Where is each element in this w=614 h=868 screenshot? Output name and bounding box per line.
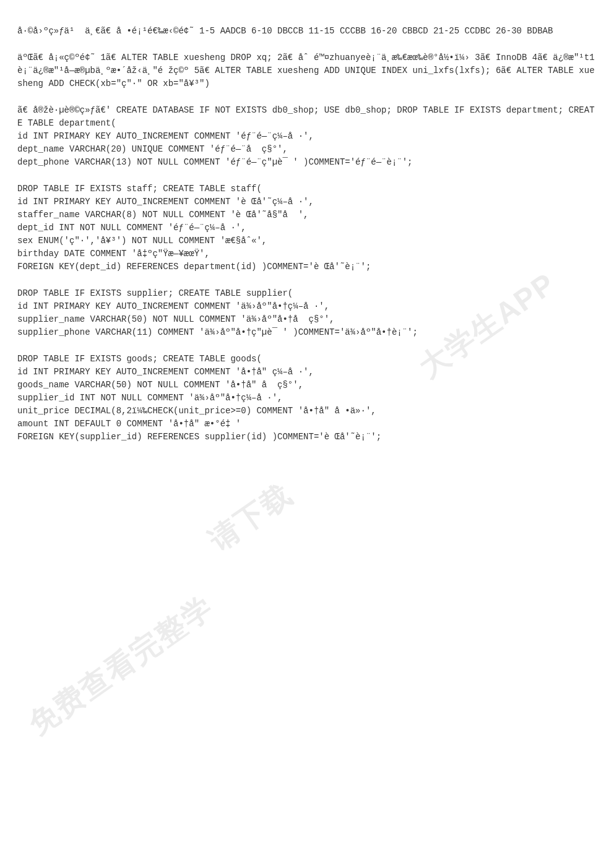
watermark-text: 免费查看完整学: [19, 585, 222, 746]
watermark-text: 请下载: [200, 472, 301, 562]
paragraph-6: DROP TABLE IF EXISTS goods; CREATE TABLE…: [17, 353, 597, 444]
paragraph-4: DROP TABLE IF EXISTS staff; CREATE TABLE…: [17, 183, 597, 273]
paragraph-2: äºŒã€ å¡«ç©ºé¢˜ 1ã€ ALTER TABLE xuesheng…: [17, 51, 597, 90]
paragraph-3: ã€ å®žè·µè®©ç»ƒã€' CREATE DATABASE IF NO…: [17, 104, 597, 169]
paragraph-1: å·©å›ºç»ƒä¹ ä¸€ã€ å •é¡¹é€‰æ‹©é¢˜ 1-5 AA…: [17, 25, 597, 38]
paragraph-5: DROP TABLE IF EXISTS supplier; CREATE TA…: [17, 287, 597, 339]
